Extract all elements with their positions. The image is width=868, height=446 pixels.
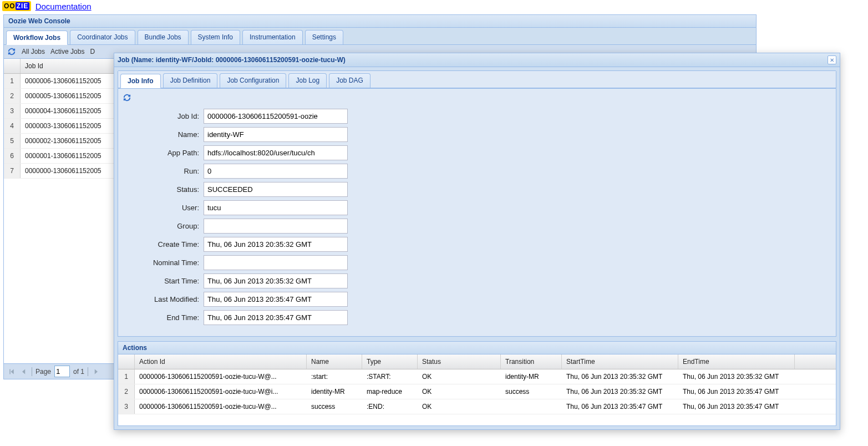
field-last-modified[interactable]	[204, 292, 348, 307]
cell-action-start: Thu, 06 Jun 2013 20:35:47 GMT	[562, 399, 678, 414]
documentation-link[interactable]: Documentation	[35, 2, 92, 11]
column-action-type[interactable]: Type	[362, 354, 418, 369]
cell-action-end: Thu, 06 Jun 2013 20:35:32 GMT	[678, 369, 795, 384]
tab-job-configuration[interactable]: Job Configuration	[220, 73, 286, 88]
oozie-logo: OOZIE	[2, 1, 31, 11]
label-name: Name:	[133, 130, 199, 139]
tab-bundle-jobs[interactable]: Bundle Jobs	[138, 30, 189, 44]
cell-action-transition	[501, 399, 562, 414]
tab-job-log[interactable]: Job Log	[288, 73, 327, 88]
label-status: Status:	[133, 185, 199, 194]
tab-settings[interactable]: Settings	[305, 30, 343, 44]
column-action-name[interactable]: Name	[307, 354, 362, 369]
cell-action-status: OK	[418, 399, 501, 414]
cell-action-id: 0000006-130606115200591-oozie-tucu-W@...	[135, 369, 307, 384]
close-icon[interactable]: ✕	[828, 55, 836, 64]
filter-truncated[interactable]: D	[90, 48, 95, 55]
cell-action-type: :END:	[362, 399, 418, 414]
field-group[interactable]	[204, 219, 348, 234]
label-end-time: End Time:	[133, 313, 199, 322]
label-start-time: Start Time:	[133, 277, 199, 285]
page-prev-icon[interactable]	[19, 367, 28, 376]
field-status[interactable]	[204, 182, 348, 197]
label-create-time: Create Time:	[133, 240, 199, 249]
column-action-id[interactable]: Action Id	[135, 354, 307, 369]
cell-action-start: Thu, 06 Jun 2013 20:35:32 GMT	[562, 384, 678, 399]
tab-coordinator-jobs[interactable]: Coordinator Jobs	[70, 30, 135, 44]
tab-workflow-jobs[interactable]: Workflow Jobs	[6, 31, 68, 45]
field-name[interactable]	[204, 127, 348, 142]
actions-title: Actions	[118, 342, 836, 354]
row-number: 6	[4, 149, 21, 163]
label-nominal-time: Nominal Time:	[133, 259, 199, 267]
filter-all-jobs[interactable]: All Jobs	[22, 48, 45, 55]
column-action-transition[interactable]: Transition	[501, 354, 562, 369]
cell-action-transition: success	[501, 384, 562, 399]
row-number: 3	[4, 104, 21, 118]
tab-instrumentation[interactable]: Instrumentation	[242, 30, 303, 44]
label-group: Group:	[133, 222, 199, 230]
tab-job-dag[interactable]: Job DAG	[329, 73, 370, 88]
row-number: 7	[4, 164, 21, 178]
field-job-id[interactable]	[204, 109, 348, 124]
page-of-label: of 1	[73, 368, 84, 376]
cell-action-end: Thu, 06 Jun 2013 20:35:47 GMT	[678, 384, 795, 399]
cell-action-name: success	[307, 399, 362, 414]
cell-action-id: 0000006-130606115200591-oozie-tucu-W@...	[135, 399, 307, 414]
column-action-end[interactable]: EndTime	[678, 354, 795, 369]
field-nominal-time[interactable]	[204, 255, 348, 270]
cell-action-transition: identity-MR	[501, 369, 562, 384]
field-run[interactable]	[204, 164, 348, 179]
label-app-path: App Path:	[133, 149, 199, 157]
cell-action-status: OK	[418, 384, 501, 399]
table-row[interactable]: 10000006-130606115200591-oozie-tucu-W@..…	[118, 369, 836, 384]
label-last-modified: Last Modified:	[133, 295, 199, 303]
page-first-icon[interactable]	[7, 367, 16, 376]
label-job-id: Job Id:	[133, 112, 199, 120]
console-title: Oozie Web Console	[4, 15, 756, 28]
main-tabstrip: Workflow Jobs Coordinator Jobs Bundle Jo…	[4, 28, 756, 45]
table-row[interactable]: 30000006-130606115200591-oozie-tucu-W@..…	[118, 399, 836, 414]
cell-action-id: 0000006-130606115200591-oozie-tucu-W@i..…	[135, 384, 307, 399]
refresh-icon[interactable]	[123, 93, 131, 102]
field-user[interactable]	[204, 200, 348, 215]
cell-action-name: :start:	[307, 369, 362, 384]
field-start-time[interactable]	[204, 273, 348, 288]
row-number: 5	[4, 134, 21, 148]
cell-action-name: identity-MR	[307, 384, 362, 399]
page-next-icon[interactable]	[92, 367, 100, 376]
cell-action-status: OK	[418, 369, 501, 384]
job-window-title: Job (Name: identity-WF/JobId: 0000006-13…	[118, 56, 346, 64]
page-input[interactable]	[54, 366, 70, 377]
cell-action-type: map-reduce	[362, 384, 418, 399]
tab-system-info[interactable]: System Info	[191, 30, 240, 44]
row-number: 1	[4, 74, 21, 88]
row-number: 4	[4, 119, 21, 133]
row-number: 1	[118, 369, 135, 384]
tab-job-definition[interactable]: Job Definition	[163, 73, 218, 88]
page-label: Page	[35, 368, 51, 376]
label-user: User:	[133, 204, 199, 212]
label-run: Run:	[133, 167, 199, 175]
refresh-icon[interactable]	[7, 47, 16, 56]
column-action-status[interactable]: Status	[418, 354, 501, 369]
row-number: 3	[118, 399, 135, 414]
field-app-path[interactable]	[204, 145, 348, 160]
cell-action-end: Thu, 06 Jun 2013 20:35:47 GMT	[678, 399, 795, 414]
cell-action-start: Thu, 06 Jun 2013 20:35:32 GMT	[562, 369, 678, 384]
filter-active-jobs[interactable]: Active Jobs	[50, 48, 84, 55]
field-create-time[interactable]	[204, 237, 348, 252]
job-detail-window: Job (Name: identity-WF/JobId: 0000006-13…	[114, 53, 840, 430]
column-action-start[interactable]: StartTime	[562, 354, 678, 369]
row-number: 2	[118, 384, 135, 399]
table-row[interactable]: 20000006-130606115200591-oozie-tucu-W@i.…	[118, 384, 836, 399]
row-number: 2	[4, 89, 21, 103]
field-end-time[interactable]	[204, 310, 348, 325]
tab-job-info[interactable]: Job Info	[120, 74, 161, 88]
cell-action-type: :START:	[362, 369, 418, 384]
